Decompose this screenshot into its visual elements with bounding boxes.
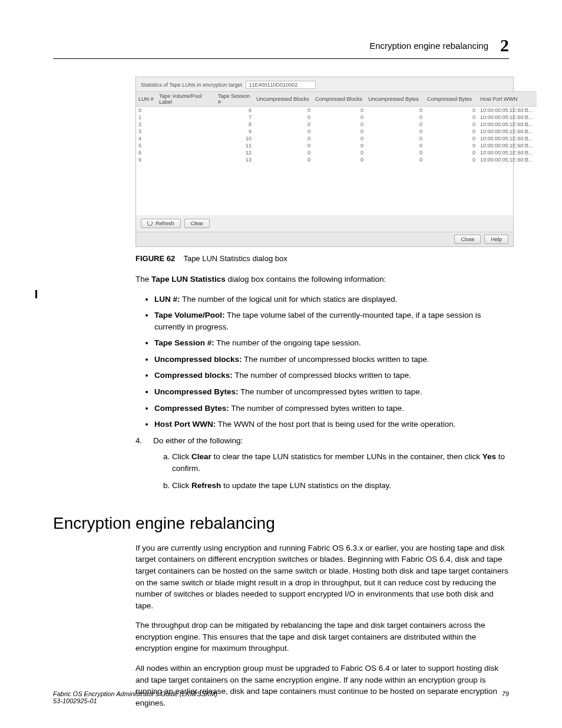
encryption-target-field[interactable]: 11E400110D010002 — [246, 81, 316, 89]
clear-button[interactable]: Clear — [184, 219, 210, 228]
running-header: Encryption engine rebalancing — [369, 41, 488, 51]
list-item: Click Refresh to update the tape LUN sta… — [172, 480, 509, 492]
step-4: 4. Do either of the following: Click Cle… — [135, 435, 509, 498]
refresh-button[interactable]: Refresh — [141, 219, 181, 228]
col-tape-volume[interactable]: Tape Volume/Pool Label — [157, 92, 216, 107]
list-item: Tape Session #: The number of the ongoin… — [154, 337, 509, 349]
header-rule — [53, 58, 509, 59]
change-bar — [35, 290, 37, 298]
list-item: Click Clear to clear the tape LUN statis… — [172, 451, 509, 474]
page-footer: Fabric OS Encryption Administrator's Gui… — [53, 690, 509, 704]
col-tape-session[interactable]: Tape Session # — [216, 92, 254, 107]
help-button[interactable]: Help — [484, 235, 508, 244]
section-body: If you are currently using encryption an… — [135, 542, 509, 709]
list-item: Tape Volume/Pool: The tape volume label … — [154, 309, 509, 332]
body-paragraph: If you are currently using encryption an… — [135, 542, 509, 611]
table-row[interactable]: 913000010:00:00:05:1E:60:B... — [136, 156, 537, 163]
col-uncompressed-blocks[interactable]: Uncompressed Blocks — [254, 92, 313, 107]
list-item: Uncompressed Bytes: The number of uncomp… — [154, 386, 509, 398]
table-row[interactable]: 17000010:00:00:05:1E:60:B... — [136, 114, 537, 121]
lun-stats-table: LUN # Tape Volume/Pool Label Tape Sessio… — [136, 91, 537, 163]
col-compressed-blocks[interactable]: Compressed Blocks — [313, 92, 366, 107]
chapter-number: 2 — [500, 35, 509, 55]
intro-paragraph: The Tape LUN Statistics dialog box conta… — [135, 274, 509, 285]
list-item: Host Port WWN: The WWN of the host port … — [154, 419, 509, 430]
list-item: Compressed blocks: The number of compres… — [154, 370, 509, 381]
stats-label: Statistics of Tape LUNs in encryption ta… — [141, 82, 242, 88]
col-uncompressed-bytes[interactable]: Uncompressed Bytes — [366, 92, 425, 107]
figure-caption: FIGURE 62 Tape LUN Statistics dialog box — [135, 254, 509, 263]
refresh-icon — [147, 220, 153, 226]
table-row[interactable]: 612000010:00:00:05:1E:60:B... — [136, 149, 537, 156]
col-compressed-bytes[interactable]: Compressed Bytes — [425, 92, 478, 107]
col-lun[interactable]: LUN # — [136, 92, 157, 107]
table-row[interactable]: 28000010:00:00:05:1E:60:B... — [136, 121, 537, 128]
table-row[interactable]: 511000010:00:00:05:1E:60:B... — [136, 142, 537, 149]
list-item: Uncompressed blocks: The number of uncom… — [154, 354, 509, 365]
close-button[interactable]: Close — [454, 235, 481, 244]
table-row[interactable]: 410000010:00:00:05:1E:60:B... — [136, 135, 537, 142]
tape-lun-stats-dialog: Statistics of Tape LUNs in encryption ta… — [135, 77, 514, 247]
col-host-port-wwn[interactable]: Host Port WWN — [478, 92, 537, 107]
list-item: Compressed Bytes: The number of compress… — [154, 403, 509, 414]
field-description-list: LUN #: The number of the logical unit fo… — [135, 294, 509, 430]
list-item: LUN #: The number of the logical unit fo… — [154, 294, 509, 305]
section-heading: Encryption engine rebalancing — [53, 514, 509, 533]
body-paragraph: The throughput drop can be mitigated by … — [135, 620, 509, 654]
table-row[interactable]: 06000010:00:00:05:1E:60:B... — [136, 107, 537, 114]
table-row[interactable]: 39000010:00:00:05:1E:60:B... — [136, 128, 537, 135]
